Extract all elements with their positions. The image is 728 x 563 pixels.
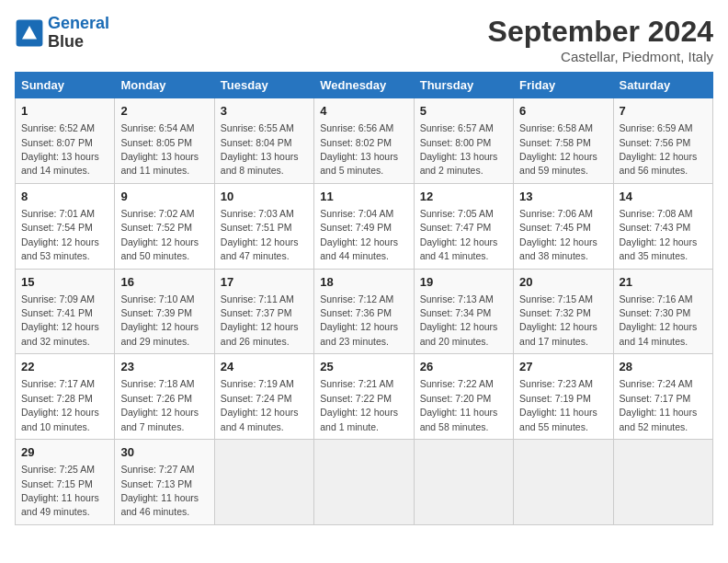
week-row: 8 Sunrise: 7:01 AMSunset: 7:54 PMDayligh… xyxy=(16,183,713,269)
col-thursday: Thursday xyxy=(414,73,513,98)
table-row: 27 Sunrise: 7:23 AMSunset: 7:19 PMDaylig… xyxy=(514,354,613,440)
table-row: 5 Sunrise: 6:57 AMSunset: 8:00 PMDayligh… xyxy=(414,98,513,184)
table-row xyxy=(613,440,712,525)
table-row xyxy=(314,440,414,525)
col-sunday: Sunday xyxy=(16,73,115,98)
table-row: 26 Sunrise: 7:22 AMSunset: 7:20 PMDaylig… xyxy=(414,354,513,440)
table-row: 12 Sunrise: 7:05 AMSunset: 7:47 PMDaylig… xyxy=(414,183,513,269)
table-row: 4 Sunrise: 6:56 AMSunset: 8:02 PMDayligh… xyxy=(314,98,414,184)
logo: GeneralBlue xyxy=(15,15,109,52)
table-row: 1 Sunrise: 6:52 AMSunset: 8:07 PMDayligh… xyxy=(16,98,115,184)
table-row: 11 Sunrise: 7:04 AMSunset: 7:49 PMDaylig… xyxy=(314,183,414,269)
title-area: September 2024 Castellar, Piedmont, Ital… xyxy=(488,15,713,64)
table-row: 24 Sunrise: 7:19 AMSunset: 7:24 PMDaylig… xyxy=(214,354,313,440)
table-row xyxy=(414,440,513,525)
table-row: 15 Sunrise: 7:09 AMSunset: 7:41 PMDaylig… xyxy=(16,269,115,354)
header-row: Sunday Monday Tuesday Wednesday Thursday… xyxy=(16,73,713,98)
table-row: 30 Sunrise: 7:27 AMSunset: 7:13 PMDaylig… xyxy=(115,440,214,525)
table-row: 7 Sunrise: 6:59 AMSunset: 7:56 PMDayligh… xyxy=(613,98,712,184)
table-row: 8 Sunrise: 7:01 AMSunset: 7:54 PMDayligh… xyxy=(16,183,115,269)
table-row: 14 Sunrise: 7:08 AMSunset: 7:43 PMDaylig… xyxy=(613,183,712,269)
table-row: 9 Sunrise: 7:02 AMSunset: 7:52 PMDayligh… xyxy=(115,183,214,269)
col-tuesday: Tuesday xyxy=(214,73,313,98)
week-row: 15 Sunrise: 7:09 AMSunset: 7:41 PMDaylig… xyxy=(16,269,713,354)
table-row: 20 Sunrise: 7:15 AMSunset: 7:32 PMDaylig… xyxy=(514,269,613,354)
table-row: 18 Sunrise: 7:12 AMSunset: 7:36 PMDaylig… xyxy=(314,269,414,354)
table-row: 16 Sunrise: 7:10 AMSunset: 7:39 PMDaylig… xyxy=(115,269,214,354)
table-row: 29 Sunrise: 7:25 AMSunset: 7:15 PMDaylig… xyxy=(16,440,115,525)
table-row: 28 Sunrise: 7:24 AMSunset: 7:17 PMDaylig… xyxy=(613,354,712,440)
table-row: 13 Sunrise: 7:06 AMSunset: 7:45 PMDaylig… xyxy=(514,183,613,269)
table-row: 22 Sunrise: 7:17 AMSunset: 7:28 PMDaylig… xyxy=(16,354,115,440)
week-row: 22 Sunrise: 7:17 AMSunset: 7:28 PMDaylig… xyxy=(16,354,713,440)
week-row: 29 Sunrise: 7:25 AMSunset: 7:15 PMDaylig… xyxy=(16,440,713,525)
col-monday: Monday xyxy=(115,73,214,98)
location-subtitle: Castellar, Piedmont, Italy xyxy=(488,49,713,64)
table-row: 23 Sunrise: 7:18 AMSunset: 7:26 PMDaylig… xyxy=(115,354,214,440)
table-row: 10 Sunrise: 7:03 AMSunset: 7:51 PMDaylig… xyxy=(214,183,313,269)
col-wednesday: Wednesday xyxy=(314,73,414,98)
logo-text: GeneralBlue xyxy=(48,15,109,52)
table-row: 6 Sunrise: 6:58 AMSunset: 7:58 PMDayligh… xyxy=(514,98,613,184)
table-row: 19 Sunrise: 7:13 AMSunset: 7:34 PMDaylig… xyxy=(414,269,513,354)
table-row: 25 Sunrise: 7:21 AMSunset: 7:22 PMDaylig… xyxy=(314,354,414,440)
page-header: GeneralBlue September 2024 Castellar, Pi… xyxy=(15,15,713,64)
table-row: 3 Sunrise: 6:55 AMSunset: 8:04 PMDayligh… xyxy=(214,98,313,184)
table-row: 21 Sunrise: 7:16 AMSunset: 7:30 PMDaylig… xyxy=(613,269,712,354)
table-row xyxy=(514,440,613,525)
logo-icon xyxy=(15,18,44,48)
week-row: 1 Sunrise: 6:52 AMSunset: 8:07 PMDayligh… xyxy=(16,98,713,184)
table-row: 2 Sunrise: 6:54 AMSunset: 8:05 PMDayligh… xyxy=(115,98,214,184)
table-row xyxy=(214,440,313,525)
calendar-table: Sunday Monday Tuesday Wednesday Thursday… xyxy=(15,72,713,525)
table-row: 17 Sunrise: 7:11 AMSunset: 7:37 PMDaylig… xyxy=(214,269,313,354)
month-title: September 2024 xyxy=(488,15,713,49)
col-friday: Friday xyxy=(514,73,613,98)
col-saturday: Saturday xyxy=(613,73,712,98)
